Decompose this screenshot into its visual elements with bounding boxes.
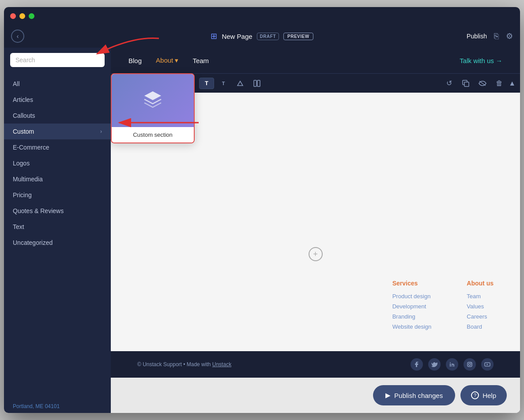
nav-team[interactable]: Team (192, 57, 209, 64)
sidebar: All Articles Callouts Custom › E-Commerc… (4, 48, 111, 413)
topbar: ‹ ⊞ New Page DRAFT PREVIEW Publish ⎘ ⚙ (4, 25, 520, 48)
bottom-bar: ▶ Publish changes ? Help (111, 378, 520, 413)
svg-rect-7 (450, 364, 451, 367)
sidebar-item-custom[interactable]: Custom › (4, 124, 111, 139)
layout-icon[interactable] (249, 76, 264, 91)
facebook-icon[interactable] (411, 358, 423, 371)
instagram-icon[interactable] (464, 358, 476, 371)
minimize-button[interactable] (19, 13, 25, 19)
svg-point-11 (471, 363, 471, 364)
svg-rect-2 (254, 80, 256, 86)
titlebar (4, 7, 520, 25)
footer-about-item-0[interactable]: Team (467, 293, 494, 300)
section-card-preview (112, 74, 194, 127)
toolbar-right: ↺ 🗑 ▲ (441, 76, 516, 91)
footer-about-title: About us (467, 280, 494, 287)
sidebar-item-text[interactable]: Text (4, 219, 111, 235)
sidebar-item-ecommerce[interactable]: E-Commerce (4, 139, 111, 155)
play-icon: ▶ (385, 391, 391, 399)
triangle-icon[interactable] (233, 76, 248, 91)
youtube-icon[interactable] (481, 358, 494, 371)
publish-changes-button[interactable]: ▶ Publish changes (373, 385, 455, 405)
footer-col-services: Services Product design Development Bran… (392, 280, 432, 334)
nav-blog[interactable]: Blog (128, 57, 142, 64)
svg-rect-5 (464, 82, 469, 86)
footer-about-item-1[interactable]: Values (467, 303, 494, 310)
footer-services-item-2[interactable]: Branding (392, 313, 432, 320)
sidebar-item-uncategorized[interactable]: Uncategorized (4, 235, 111, 251)
content-panel: Blog About ▾ Team Talk with us → + (111, 48, 520, 413)
settings-icon[interactable]: ⚙ (506, 31, 513, 41)
nav-about[interactable]: About ▾ (156, 56, 178, 64)
custom-section-card[interactable]: Custom section (111, 73, 195, 143)
copy-icon[interactable]: ⎘ (494, 32, 499, 41)
sidebar-item-multimedia[interactable]: Multimedia (4, 171, 111, 187)
footer-about-item-3[interactable]: Board (467, 323, 494, 330)
sidebar-item-all[interactable]: All (4, 76, 111, 92)
page-info: ⊞ New Page DRAFT PREVIEW (211, 31, 313, 41)
question-icon: ? (471, 391, 479, 399)
nav-talk[interactable]: Talk with us → (460, 57, 502, 64)
help-button[interactable]: ? Help (460, 385, 507, 405)
twitter-icon[interactable] (428, 358, 441, 371)
footer-unstack-link[interactable]: Unstack (212, 361, 231, 368)
footer-col-about: About us Team Values Careers Board (467, 280, 494, 334)
page-nav: Blog About ▾ Team Talk with us → (111, 48, 520, 73)
sidebar-nav: All Articles Callouts Custom › E-Commerc… (4, 72, 111, 400)
preview-button[interactable]: PREVIEW (283, 33, 313, 40)
page-icon: ⊞ (211, 31, 217, 41)
search-area (4, 48, 111, 72)
section-card-layers-icon (142, 88, 164, 114)
footer-columns: Services Product design Development Bran… (392, 280, 494, 334)
main-window: ‹ ⊞ New Page DRAFT PREVIEW Publish ⎘ ⚙ A… (4, 7, 520, 413)
back-icon: ‹ (17, 33, 19, 40)
svg-point-10 (469, 364, 471, 366)
footer-services-item-3[interactable]: Website design (392, 323, 432, 330)
footer-bottom: © Unstack Support • Made with Unstack (111, 351, 520, 378)
linkedin-icon[interactable] (446, 358, 458, 371)
chevron-right-icon: › (100, 128, 102, 135)
main-area: All Articles Callouts Custom › E-Commerc… (4, 48, 520, 413)
search-input[interactable] (10, 53, 105, 67)
duplicate-icon[interactable] (458, 76, 473, 91)
hide-icon[interactable] (475, 76, 490, 91)
text-alt-icon[interactable]: T (216, 76, 231, 91)
sidebar-item-pricing[interactable]: Pricing (4, 187, 111, 203)
delete-icon[interactable]: 🗑 (492, 76, 507, 91)
sidebar-item-quotes[interactable]: Quotes & Reviews (4, 203, 111, 219)
close-button[interactable] (10, 13, 16, 19)
footer-socials (411, 358, 494, 371)
add-section-button[interactable]: + (309, 247, 323, 261)
expand-icon[interactable]: ▲ (509, 79, 516, 87)
footer-services-title: Services (392, 280, 432, 287)
draft-badge: DRAFT (257, 33, 279, 40)
refresh-icon[interactable]: ↺ (441, 76, 456, 91)
footer-about-item-2[interactable]: Careers (467, 313, 494, 320)
topbar-publish-button[interactable]: Publish (467, 33, 487, 40)
sidebar-item-articles[interactable]: Articles (4, 92, 111, 108)
maximize-button[interactable] (29, 13, 34, 19)
sidebar-item-callouts[interactable]: Callouts (4, 108, 111, 124)
footer-services-item-0[interactable]: Product design (392, 293, 432, 300)
sidebar-item-logos[interactable]: Logos (4, 155, 111, 171)
page-title: New Page (222, 33, 252, 40)
svg-point-8 (450, 362, 451, 363)
footer-copy: © Unstack Support • Made with Unstack (137, 361, 231, 368)
text-block-button[interactable]: T (199, 78, 214, 89)
section-card-label: Custom section (112, 127, 194, 142)
topbar-right: Publish ⎘ ⚙ (467, 31, 513, 41)
address-text: Portland, ME 04101 (4, 400, 111, 413)
footer-cols: Services Product design Development Bran… (392, 280, 494, 334)
back-button[interactable]: ‹ (11, 30, 24, 43)
svg-rect-3 (257, 80, 260, 86)
sections-popup: Custom section (111, 73, 195, 143)
footer-services-item-1[interactable]: Development (392, 303, 432, 310)
traffic-lights (10, 13, 34, 19)
